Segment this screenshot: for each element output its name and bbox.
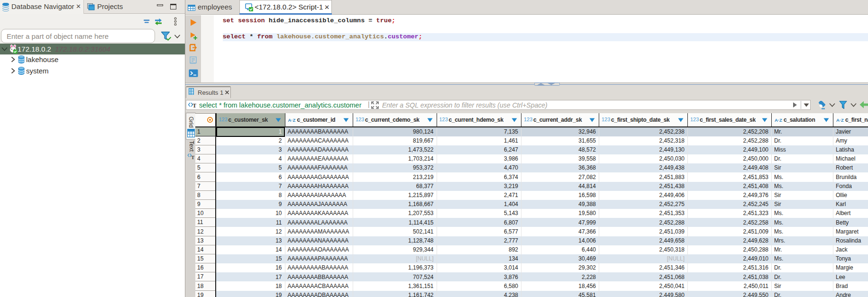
svg-text:T: T [192,102,196,108]
svg-text:T: T [191,155,194,160]
